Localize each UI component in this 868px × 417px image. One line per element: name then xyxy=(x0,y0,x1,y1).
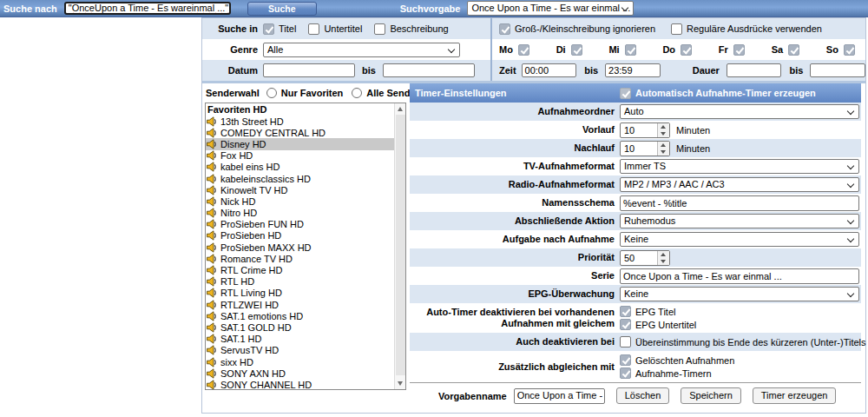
search-button[interactable]: Suche xyxy=(247,2,317,16)
scroll-up-icon[interactable] xyxy=(398,107,403,111)
nachlauf-label: Nachlauf xyxy=(410,142,615,154)
row-epg-ueberwachung: EPG-Überwachung Keine xyxy=(410,285,861,303)
scrollbar-thumb[interactable] xyxy=(396,115,405,375)
epg-untertitel-checkbox[interactable] xyxy=(620,319,631,330)
weekday-checkbox[interactable] xyxy=(518,44,529,56)
channel-item[interactable]: RTLZWEI HD xyxy=(206,299,405,310)
channel-item[interactable]: SONY CHANNEL HD xyxy=(206,379,405,390)
auto-create-checkbox[interactable] xyxy=(620,88,631,99)
genre-select[interactable]: Alle xyxy=(263,43,460,57)
epg-ueberwachung-select[interactable]: Keine xyxy=(620,287,859,301)
channel-item[interactable]: 13th Street HD xyxy=(206,116,405,127)
uebereinstimmung-checkbox[interactable] xyxy=(620,336,631,348)
weekday-checkbox[interactable] xyxy=(625,44,636,56)
channel-item[interactable]: Nick HD xyxy=(206,195,405,207)
beschreibung-checkbox[interactable] xyxy=(374,23,385,35)
channel-item[interactable]: Disney HD xyxy=(206,138,405,149)
channel-item[interactable]: Kinowelt TV HD xyxy=(206,184,405,195)
channel-name: kabeleinsclassics HD xyxy=(220,174,311,184)
channel-name: SAT.1 GOLD HD xyxy=(220,322,292,333)
channel-item[interactable]: ProSieben HD xyxy=(206,230,405,242)
channel-item[interactable]: COMEDY CENTRAL HD xyxy=(206,127,405,138)
channel-item[interactable]: SONY AXN HD xyxy=(206,367,405,379)
create-timer-button[interactable]: Timer erzeugen xyxy=(753,387,837,404)
zeit-to-input[interactable]: 23:59 xyxy=(605,63,661,77)
channel-item[interactable]: Nitro HD xyxy=(206,208,405,219)
dauer-from-input[interactable] xyxy=(727,63,782,77)
weekday-checkbox[interactable] xyxy=(733,44,745,56)
scroll-down-icon[interactable] xyxy=(398,381,403,386)
channel-item[interactable]: Romance TV HD xyxy=(206,253,405,264)
aufnahmeordner-select[interactable]: Auto xyxy=(620,104,859,119)
channel-item[interactable]: ProSieben FUN HD xyxy=(206,219,405,230)
serie-input[interactable]: Once Upon a Time - Es war einmal ... xyxy=(620,268,859,284)
radio-format-select[interactable]: MP2 / MP3 / AAC / AC3 xyxy=(620,177,859,192)
channel-item[interactable]: sixx HD xyxy=(206,356,405,367)
channel-group-header[interactable]: Favoriten HD xyxy=(206,103,405,116)
vorgabenname-input[interactable]: Once Upon a Time - Es war einmal ... xyxy=(514,388,605,404)
genre-row: Genre Alle xyxy=(202,39,490,60)
channel-name: sixx HD xyxy=(220,357,253,367)
aktion-select[interactable]: Ruhemodus xyxy=(620,214,859,228)
deaktivieren-label-line1: Auto-Timer deaktivieren bei vorhandenen xyxy=(410,307,615,318)
vorgabenname-label: Vorgabenname xyxy=(438,391,507,401)
alle-sender-radio[interactable] xyxy=(352,88,362,98)
zeit-from-input[interactable]: 00:00 xyxy=(522,63,577,77)
channel-name: Kinowelt TV HD xyxy=(220,185,287,195)
channel-item[interactable]: kabel eins HD xyxy=(206,162,405,173)
delete-button[interactable]: Löschen xyxy=(616,387,670,404)
weekday-checkbox[interactable] xyxy=(788,44,799,56)
datum-from-input[interactable] xyxy=(263,63,355,77)
search-in-row: Suche in Titel Untertitel Beschreibung xyxy=(202,18,490,39)
auch-deaktivieren-label: Auch deaktivieren bei xyxy=(410,336,615,348)
channel-item[interactable]: ServusTV HD xyxy=(206,345,405,356)
channel-icon xyxy=(207,162,218,172)
search-input[interactable]: "Once Upon a Time - Es war einmal ..." xyxy=(64,2,231,15)
epg-titel-checkbox[interactable] xyxy=(620,306,631,317)
channel-item[interactable]: SAT.1 HD xyxy=(206,334,405,345)
dauer-to-input[interactable] xyxy=(810,63,865,77)
prioritaet-input[interactable]: 50 xyxy=(620,250,670,266)
favoriten-radio-label: Nur Favoriten xyxy=(281,88,344,98)
channel-name: SONY CHANNEL HD xyxy=(220,380,312,390)
prioritaet-spinner[interactable] xyxy=(657,251,669,265)
datum-label: Datum xyxy=(202,65,258,76)
vorlauf-input[interactable]: 10 xyxy=(620,122,670,138)
weekday-label: Do xyxy=(662,44,675,55)
preset-select[interactable]: Once Upon a Time - Es war einmal ... xyxy=(467,1,634,16)
weekday-checkbox[interactable] xyxy=(681,44,692,56)
channel-item[interactable]: Fox HD xyxy=(206,150,405,162)
channel-item[interactable]: RTL Crime HD xyxy=(206,264,405,275)
geloeschte-aufnahmen-checkbox[interactable] xyxy=(620,354,631,366)
row-deaktivieren: Auto-Timer deaktivieren bei vorhandenen … xyxy=(410,303,861,333)
aufnahme-timern-checkbox[interactable] xyxy=(620,367,631,379)
weekday-checkbox[interactable] xyxy=(571,44,582,56)
channel-icon xyxy=(207,208,218,218)
vorlauf-spinner[interactable] xyxy=(657,123,669,137)
channel-name: RTLZWEI HD xyxy=(220,300,279,310)
regex-checkbox[interactable] xyxy=(671,23,682,35)
channel-item[interactable]: RTL Living HD xyxy=(206,288,405,299)
favoriten-radio[interactable] xyxy=(266,88,277,98)
channel-item[interactable]: SAT.1 GOLD HD xyxy=(206,321,405,333)
channel-list-scrollbar[interactable] xyxy=(394,103,405,389)
channel-item[interactable]: SAT.1 emotions HD xyxy=(206,310,405,321)
case-checkbox[interactable] xyxy=(499,23,510,35)
untertitel-checkbox[interactable] xyxy=(308,23,319,35)
namensschema-input[interactable]: %event - %title xyxy=(620,195,859,211)
row-tv-format: TV-Aufnahmeformat Immer TS xyxy=(410,157,861,175)
datum-to-input[interactable] xyxy=(383,63,475,77)
channel-item[interactable]: ProSieben MAXX HD xyxy=(206,242,405,253)
preset-label: Suchvorgabe xyxy=(400,3,461,14)
channel-name: RTL HD xyxy=(220,276,254,287)
channel-item[interactable]: kabeleinsclassics HD xyxy=(206,173,405,184)
save-button[interactable]: Speichern xyxy=(681,387,741,404)
row-abgleichen: Zusätzlich abgleichen mit Gelöschten Auf… xyxy=(410,351,861,382)
channel-item[interactable]: RTL HD xyxy=(206,276,405,288)
weekday-checkbox[interactable] xyxy=(844,44,855,56)
nachlauf-input[interactable]: 10 xyxy=(620,141,670,156)
nachlauf-spinner[interactable] xyxy=(657,142,669,156)
titel-checkbox[interactable] xyxy=(263,23,274,35)
aufgabe-select[interactable]: Keine xyxy=(620,232,859,247)
tv-format-select[interactable]: Immer TS xyxy=(620,159,859,174)
